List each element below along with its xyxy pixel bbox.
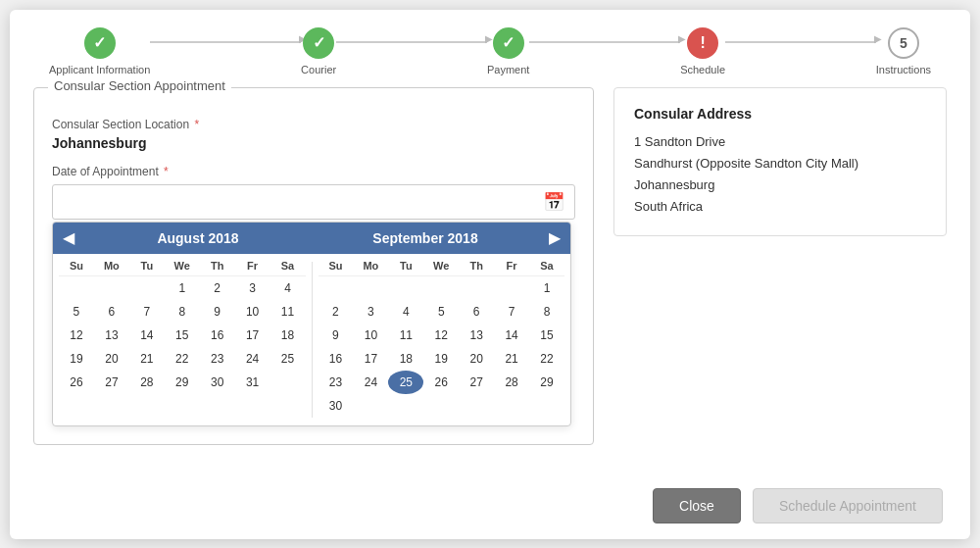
calendar-day[interactable]: 5 bbox=[423, 300, 459, 324]
calendar-day[interactable]: 30 bbox=[318, 394, 354, 418]
calendar-day[interactable]: 29 bbox=[529, 371, 564, 394]
calendar-day[interactable]: 7 bbox=[129, 300, 165, 324]
day-th-sep: Th bbox=[459, 260, 494, 272]
calendar-day[interactable]: 2 bbox=[200, 276, 235, 300]
location-value: Johannesburg bbox=[52, 135, 575, 151]
next-month-button[interactable]: ▶ bbox=[539, 223, 570, 254]
calendar-day[interactable]: 9 bbox=[318, 324, 354, 347]
calendar-day[interactable]: 30 bbox=[200, 371, 235, 394]
day-sa: Sa bbox=[270, 260, 306, 272]
calendar-day[interactable]: 20 bbox=[94, 347, 129, 371]
calendar-day[interactable]: 20 bbox=[459, 347, 494, 371]
calendar-day[interactable]: 26 bbox=[59, 371, 94, 394]
calendar-day[interactable]: 2 bbox=[318, 300, 354, 324]
progress-bar: Applicant Information Courier Payment Sc… bbox=[10, 10, 970, 87]
step-circle-schedule bbox=[687, 27, 718, 59]
calendar-day[interactable]: 11 bbox=[388, 324, 423, 347]
september-days: 1234567891011121314151617181920212223242… bbox=[318, 276, 565, 418]
calendar-day[interactable]: 16 bbox=[318, 347, 354, 371]
date-input-wrapper[interactable]: 📅 bbox=[52, 184, 575, 220]
day-sa-sep: Sa bbox=[529, 260, 564, 272]
calendar-day[interactable]: 25 bbox=[388, 371, 423, 394]
calendar-day[interactable]: 3 bbox=[235, 276, 270, 300]
step-schedule: Schedule bbox=[680, 27, 725, 75]
calendar-day[interactable]: 24 bbox=[353, 371, 388, 394]
calendar-day[interactable]: 6 bbox=[94, 300, 129, 324]
address-line-2: Sandhurst (Opposite Sandton City Mall) bbox=[634, 153, 926, 174]
empty-day bbox=[388, 276, 423, 300]
day-mo-sep: Mo bbox=[353, 260, 388, 272]
calendar-day[interactable]: 11 bbox=[270, 300, 306, 324]
day-tu: Tu bbox=[129, 260, 165, 272]
calendar-day[interactable]: 13 bbox=[459, 324, 494, 347]
calendar-day[interactable]: 18 bbox=[270, 324, 306, 347]
calendar-day[interactable]: 8 bbox=[165, 300, 200, 324]
step-connector-1 bbox=[150, 41, 301, 43]
schedule-appointment-button[interactable]: Schedule Appointment bbox=[753, 488, 943, 523]
address-title: Consular Address bbox=[634, 106, 926, 122]
exclamation-icon bbox=[700, 34, 705, 52]
calendar-day[interactable]: 13 bbox=[94, 324, 129, 347]
calendar-day[interactable]: 1 bbox=[165, 276, 200, 300]
empty-day bbox=[129, 276, 165, 300]
step-circle-applicant-information bbox=[84, 27, 116, 59]
calendar-day[interactable]: 31 bbox=[235, 371, 270, 394]
calendar-day[interactable]: 21 bbox=[494, 347, 529, 371]
calendar-day[interactable]: 4 bbox=[388, 300, 423, 324]
calendar-day[interactable]: 9 bbox=[200, 300, 235, 324]
calendar-day[interactable]: 28 bbox=[129, 371, 165, 394]
address-box: Consular Address 1 Sandton Drive Sandhur… bbox=[613, 87, 947, 236]
calendar-day[interactable]: 1 bbox=[529, 276, 564, 300]
calendar-day[interactable]: 28 bbox=[494, 371, 529, 394]
calendar-day[interactable]: 10 bbox=[235, 300, 270, 324]
calendar-day[interactable]: 4 bbox=[270, 276, 306, 300]
calendar-day[interactable]: 21 bbox=[129, 347, 165, 371]
calendar-day[interactable]: 24 bbox=[235, 347, 270, 371]
calendar-day[interactable]: 18 bbox=[388, 347, 423, 371]
calendar-month2: September 2018 bbox=[312, 223, 539, 254]
main-content: Consular Section Appointment Consular Se… bbox=[10, 87, 970, 478]
step-applicant-information: Applicant Information bbox=[49, 27, 150, 75]
calendar-day[interactable]: 15 bbox=[165, 324, 200, 347]
calendar-day[interactable]: 23 bbox=[200, 347, 235, 371]
calendar-day[interactable]: 22 bbox=[165, 347, 200, 371]
calendar-day[interactable]: 22 bbox=[529, 347, 564, 371]
calendar-day[interactable]: 29 bbox=[165, 371, 200, 394]
calendar-day[interactable]: 8 bbox=[529, 300, 564, 324]
calendar-day[interactable]: 5 bbox=[59, 300, 94, 324]
calendar-day[interactable]: 27 bbox=[459, 371, 494, 394]
day-mo: Mo bbox=[94, 260, 129, 272]
calendar-day[interactable]: 12 bbox=[59, 324, 94, 347]
calendar-day[interactable]: 3 bbox=[353, 300, 388, 324]
calendar-day[interactable]: 6 bbox=[459, 300, 494, 324]
calendar-icon[interactable]: 📅 bbox=[543, 191, 564, 213]
calendar-day[interactable]: 17 bbox=[235, 324, 270, 347]
step-connector-2 bbox=[336, 41, 487, 43]
step-circle-payment bbox=[493, 27, 524, 59]
empty-day bbox=[59, 276, 94, 300]
calendar-day[interactable]: 27 bbox=[94, 371, 129, 394]
prev-month-button[interactable]: ◀ bbox=[53, 223, 84, 254]
date-input[interactable] bbox=[63, 194, 543, 209]
calendar-day[interactable]: 7 bbox=[494, 300, 529, 324]
calendar-day[interactable]: 26 bbox=[423, 371, 459, 394]
day-su: Su bbox=[59, 260, 94, 272]
calendar-day[interactable]: 14 bbox=[494, 324, 529, 347]
right-panel: Consular Address 1 Sandton Drive Sandhur… bbox=[613, 87, 947, 469]
required-asterisk-location: * bbox=[194, 118, 199, 131]
calendar-day[interactable]: 19 bbox=[59, 347, 94, 371]
calendar-day[interactable]: 14 bbox=[129, 324, 165, 347]
calendar-day[interactable]: 19 bbox=[423, 347, 459, 371]
calendar-day[interactable]: 12 bbox=[423, 324, 459, 347]
calendar-day[interactable]: 17 bbox=[353, 347, 388, 371]
calendar-day[interactable]: 25 bbox=[270, 347, 306, 371]
close-button[interactable]: Close bbox=[653, 488, 741, 523]
checkmark-icon bbox=[93, 33, 106, 52]
step-circle-courier bbox=[303, 27, 334, 59]
calendar-day[interactable]: 15 bbox=[529, 324, 564, 347]
checkmark-icon-2 bbox=[313, 33, 325, 52]
calendar-day[interactable]: 10 bbox=[353, 324, 388, 347]
calendar-header: ◀ August 2018 September 2018 ▶ bbox=[53, 223, 570, 254]
calendar-day[interactable]: 16 bbox=[200, 324, 235, 347]
calendar-day[interactable]: 23 bbox=[318, 371, 354, 394]
